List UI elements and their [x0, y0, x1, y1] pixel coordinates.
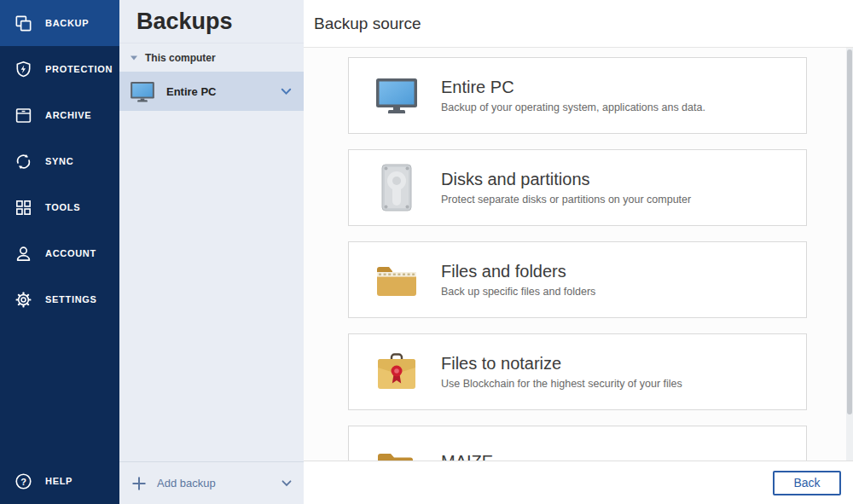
chevron-down-icon[interactable]	[281, 480, 292, 487]
source-card-files-to-notarize[interactable]: Files to notarize Use Blockchain for the…	[348, 333, 807, 410]
sync-arrows-icon	[13, 151, 33, 171]
monitor-icon	[130, 80, 155, 103]
panel-title: Backups	[119, 0, 304, 43]
page-title: Backup source	[314, 14, 421, 33]
hard-drive-icon	[373, 162, 421, 213]
folder-icon	[373, 261, 421, 298]
backup-list-item-entire-pc[interactable]: Entire PC	[119, 72, 304, 111]
sidebar-item-backup[interactable]: BACKUP	[0, 0, 119, 46]
shield-icon	[13, 59, 33, 79]
source-card-entire-pc[interactable]: Entire PC Backup of your operating syste…	[348, 57, 807, 134]
card-title: Files to notarize	[441, 354, 682, 374]
group-this-computer[interactable]: This computer	[119, 52, 304, 64]
folder-icon	[373, 446, 421, 461]
main-area: Backup source	[304, 0, 853, 504]
panel-spacer	[119, 111, 304, 461]
card-title: Disks and partitions	[441, 170, 691, 189]
sidebar: BACKUP PROTECTION ARCHIVE	[0, 0, 119, 504]
backup-source-list: Entire PC Backup of your operating syste…	[304, 48, 846, 461]
tools-grid-icon	[13, 197, 33, 217]
sidebar-item-sync[interactable]: SYNC	[0, 138, 119, 184]
card-title: MAIZE	[441, 452, 493, 461]
vertical-scrollbar[interactable]	[846, 48, 853, 461]
archive-box-icon	[13, 105, 33, 125]
help-icon: ?	[13, 471, 33, 491]
monitor-icon	[373, 76, 421, 115]
sidebar-item-help[interactable]: ? HELP	[0, 458, 119, 504]
chevron-down-icon[interactable]	[281, 88, 292, 96]
card-title: Entire PC	[441, 78, 705, 97]
add-backup-button[interactable]: Add backup	[119, 461, 304, 504]
main-header: Backup source	[304, 0, 853, 48]
sidebar-item-account[interactable]: ACCOUNT	[0, 230, 119, 276]
sidebar-item-label: ARCHIVE	[45, 110, 91, 120]
person-icon	[13, 243, 33, 264]
card-title: Files and folders	[441, 262, 595, 281]
bottom-action-bar: Back	[304, 461, 853, 504]
app-window: BACKUP PROTECTION ARCHIVE	[0, 0, 853, 504]
svg-text:?: ?	[20, 476, 26, 486]
backup-copies-icon	[13, 13, 33, 33]
back-button[interactable]: Back	[773, 471, 841, 495]
backups-panel: Backups This computer Entire PC	[119, 0, 304, 504]
source-card-maize[interactable]: MAIZE	[348, 426, 807, 461]
sidebar-item-label: SYNC	[45, 156, 73, 166]
collapse-triangle-icon	[130, 55, 138, 61]
backup-item-label: Entire PC	[166, 85, 217, 98]
sidebar-item-tools[interactable]: TOOLS	[0, 184, 119, 230]
sidebar-item-archive[interactable]: ARCHIVE	[0, 92, 119, 138]
sidebar-item-label: HELP	[45, 476, 73, 486]
sidebar-item-label: ACCOUNT	[45, 248, 96, 258]
sidebar-item-settings[interactable]: SETTINGS	[0, 276, 119, 322]
plus-icon	[131, 476, 147, 491]
add-backup-label: Add backup	[157, 477, 216, 490]
source-card-files-folders[interactable]: Files and folders Back up specific files…	[348, 241, 807, 318]
sidebar-item-protection[interactable]: PROTECTION	[0, 46, 119, 92]
gear-icon	[13, 289, 33, 310]
card-description: Backup of your operating system, applica…	[441, 101, 705, 113]
notarized-briefcase-icon	[373, 351, 421, 392]
group-label: This computer	[145, 52, 216, 64]
sidebar-item-label: PROTECTION	[45, 64, 113, 74]
source-card-disks-partitions[interactable]: Disks and partitions Protect separate di…	[348, 149, 807, 226]
card-description: Use Blockchain for the highest security …	[441, 378, 682, 390]
sidebar-item-label: TOOLS	[45, 202, 80, 212]
sidebar-item-label: SETTINGS	[45, 294, 97, 304]
card-description: Back up specific files and folders	[441, 286, 595, 298]
scrollbar-thumb[interactable]	[847, 49, 852, 414]
card-description: Protect separate disks or partitions on …	[441, 194, 691, 206]
sidebar-item-label: BACKUP	[45, 18, 89, 28]
